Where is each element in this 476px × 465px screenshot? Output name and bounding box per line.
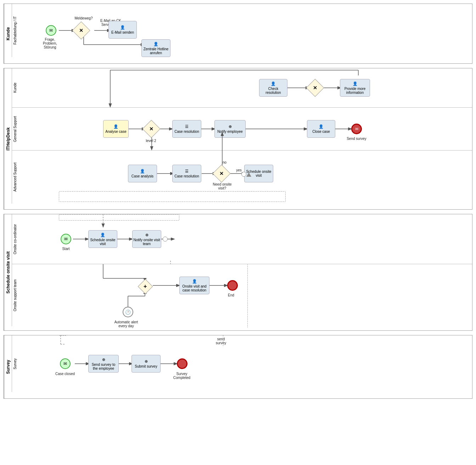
task-case-res-gen[interactable]: ☰ Case resolution	[172, 120, 201, 138]
swimlane-coord-label: Onsite co-ordinator	[12, 214, 18, 264]
swimlane-general-label: General Support	[12, 108, 18, 150]
small-circle-adv	[241, 172, 246, 177]
swimlane-coord-body: ✉ Start 👤 Schedule onsite visit ⊕ Notify…	[18, 214, 472, 264]
gateway-check: ✕	[306, 79, 324, 97]
task-case-res-adv-label: Case resolution	[174, 174, 199, 178]
analyse-icon: 👤	[113, 124, 118, 129]
pool4-start: ✉	[60, 358, 71, 369]
pool1-task-hotline[interactable]: 👤 Zentrale Hotline anrufen	[141, 39, 170, 57]
task-email-icon: 👤	[120, 25, 125, 30]
pool4-end	[177, 358, 187, 369]
task-schedule-coord[interactable]: 👤 Schedule onsite visit	[88, 230, 117, 248]
notify-team-circle	[163, 237, 168, 242]
gateway-onsite: ✕	[213, 165, 231, 183]
pool-survey-label: Survey	[4, 335, 12, 398]
pool3-coord-arrows	[18, 214, 472, 264]
provide-info-icon: 👤	[353, 81, 358, 86]
task-schedule-coord-label: Schedule onsite visit	[89, 238, 116, 246]
task-onsite-res-label: Onsite visit and case resolution	[180, 284, 208, 292]
case-res-adv-icon: ☰	[185, 169, 189, 174]
start-envelope-icon: ✉	[49, 28, 53, 33]
task-hotline-icon: 👤	[153, 42, 158, 46]
small-triangle-adv	[246, 172, 251, 177]
gateway-onsite-x: ✕	[219, 171, 224, 176]
pool3-end-label: End	[223, 293, 239, 297]
task-submit-label: Submit survey	[135, 364, 157, 368]
swimlane-kunde2: Kunde	[12, 68, 472, 108]
pool1-start-label: Frage, Problem, Störung	[38, 38, 62, 49]
gateway-check-x: ✕	[313, 85, 317, 91]
pool1-task-hotline-label: Zentrale Hotline anrufen	[142, 47, 169, 55]
subprocess-dashed	[59, 191, 286, 202]
swimlane-fachabteilung-label: Fachabteilung / IT	[12, 4, 18, 57]
submit-survey-icon: ⊕	[145, 359, 148, 364]
timer-label: Automatic alert every day	[110, 320, 142, 328]
task-check-resolution[interactable]: 👤 Check resolution	[259, 79, 287, 97]
pool4-start-label: Case closed	[54, 372, 77, 376]
pool2-content: Kunde	[12, 68, 472, 209]
task-onsite-res[interactable]: 👤 Onsite visit and case resolution	[179, 277, 209, 294]
pool3-content: Onsite co-ordinator	[12, 214, 472, 330]
swimlane-advanced-label: Advanced Support	[12, 151, 18, 204]
gateway-onsite-label: Need onsite visit?	[210, 182, 234, 190]
send-survey-icon: ✉	[355, 127, 358, 131]
pool4-start-icon: ✉	[63, 361, 67, 366]
task-case-analysis[interactable]: 👤 Case analysis	[128, 165, 157, 182]
task-analyse[interactable]: 👤 Analyse case	[103, 120, 129, 138]
timer-event: 🕐	[123, 307, 133, 317]
diagram-container: Kunde Fachabteilung / IT	[4, 4, 472, 399]
pool-ithelpdesk-label: ITHelpDesk	[4, 68, 12, 209]
dashed-from-pool2-coord	[59, 214, 179, 221]
swimlane-general: General Support	[12, 108, 472, 151]
onsite-res-icon: 👤	[192, 279, 197, 284]
label-yes: yes	[234, 168, 244, 172]
pool-schedule-onsite: Schedule onsite visit Onsite co-ordinato…	[4, 214, 472, 331]
notify-team-icon: ⊕	[145, 233, 149, 237]
close-case-icon: 👤	[319, 124, 324, 129]
swimlane-fachabteilung-body: ✉ Frage, Problem, Störung ✕ Meldeweg? E-…	[18, 4, 472, 57]
task-notify-team[interactable]: ⊕ Notify onsite visit team	[132, 230, 161, 248]
pool1-content: Fachabteilung / IT	[12, 4, 472, 63]
dashed-top-pool4	[59, 335, 67, 345]
timer-clock-icon: 🕐	[125, 310, 131, 315]
pool3-start-icon: ✉	[64, 237, 68, 242]
pool1-gateway1-label: Meldeweg?	[73, 16, 94, 20]
pool4-end-label: Survey Completed	[169, 372, 194, 380]
task-close-label: Close case	[312, 130, 330, 134]
notify-icon: ⊕	[229, 124, 232, 129]
task-submit-survey[interactable]: ⊕ Submit survey	[131, 355, 161, 373]
task-send-survey-emp[interactable]: ⊕ Send survey to the employee	[88, 355, 119, 373]
task-close[interactable]: 👤 Close case	[307, 120, 335, 138]
pool1-gateway1: ✕	[72, 22, 90, 40]
task-provide-info-label: Provide more information	[341, 87, 369, 95]
task-notify[interactable]: ⊕ Notify employee	[214, 120, 246, 138]
dashed-send-survey	[223, 335, 224, 346]
task-notify-team-label: Notify onsite visit team	[133, 238, 160, 246]
task-case-res-gen-label: Case resolution	[174, 130, 199, 134]
gateway-x2-icon: ✕	[149, 126, 153, 132]
plus-inner-icon: +	[144, 283, 147, 290]
event-send-survey: ✉	[351, 124, 362, 134]
swimlane-support-team: Onsite support team	[12, 264, 472, 326]
swimlane-support-body: + 👤 Onsite visit and case resolution End…	[18, 264, 472, 326]
swimlane-survey-label: Survey	[12, 335, 18, 392]
case-analysis-icon: 👤	[140, 169, 145, 174]
task-provide-info[interactable]: 👤 Provide more information	[340, 79, 370, 97]
gateway-x2: ✕	[142, 120, 161, 138]
pool3-start-label: Start	[55, 247, 77, 251]
task-send-survey-emp-label: Send survey to the employee	[89, 363, 118, 370]
task-check-res-label: Check resolution	[260, 87, 286, 95]
pool3-start: ✉	[61, 234, 71, 244]
plus-gateway: +	[138, 279, 153, 294]
task-case-res-adv[interactable]: ☰ Case resolution	[172, 165, 201, 182]
swimlane-kunde2-body: 👤 Check resolution ✕ 👤 Provide more info…	[18, 68, 472, 107]
swimlane-support-label: Onsite support team	[12, 264, 18, 326]
gateway1-x: ✕	[79, 28, 83, 33]
pool-kunde-label: Kunde	[4, 4, 12, 63]
pool4-content: Survey	[12, 335, 472, 398]
task-analyse-label: Analyse case	[105, 130, 126, 134]
dashed-right-pool3	[241, 264, 248, 328]
pool-ithelpdesk: ITHelpDesk Kunde	[4, 68, 472, 210]
schedule-coord-icon: 👤	[100, 233, 105, 237]
pool1-task-email[interactable]: 👤 E-Mail senden	[108, 21, 137, 39]
